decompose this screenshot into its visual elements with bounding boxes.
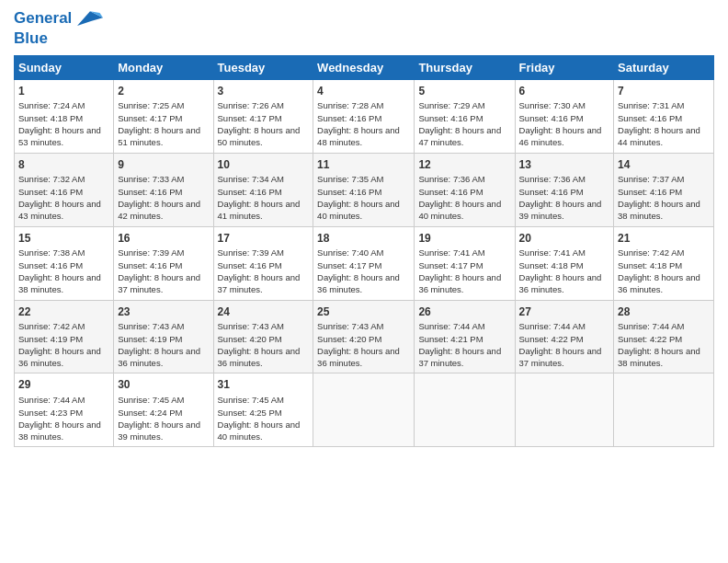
page-container: General Blue SundayMondayTuesdayWednesda… xyxy=(0,0,728,456)
day-number: 14 xyxy=(618,157,710,173)
col-header-wednesday: Wednesday xyxy=(313,55,415,79)
sunset-text: Sunset: 4:16 PM xyxy=(218,187,282,197)
sunset-text: Sunset: 4:17 PM xyxy=(418,260,483,270)
sunrise-text: Sunrise: 7:26 AM xyxy=(218,100,284,110)
col-header-friday: Friday xyxy=(515,55,614,79)
col-header-sunday: Sunday xyxy=(15,55,114,79)
day-cell: 30Sunrise: 7:45 AMSunset: 4:24 PMDayligh… xyxy=(114,373,213,447)
day-cell: 17Sunrise: 7:39 AMSunset: 4:16 PMDayligh… xyxy=(213,226,313,300)
day-cell: 19Sunrise: 7:41 AMSunset: 4:17 PMDayligh… xyxy=(415,226,515,300)
day-cell: 1Sunrise: 7:24 AMSunset: 4:18 PMDaylight… xyxy=(15,79,114,153)
daylight-text: Daylight: 8 hours and 36 minutes. xyxy=(418,272,501,294)
sunrise-text: Sunrise: 7:45 AM xyxy=(218,395,284,405)
sunset-text: Sunset: 4:22 PM xyxy=(618,334,682,344)
sunrise-text: Sunrise: 7:33 AM xyxy=(118,174,184,184)
sunrise-text: Sunrise: 7:42 AM xyxy=(618,247,684,258)
day-cell: 8Sunrise: 7:32 AMSunset: 4:16 PMDaylight… xyxy=(15,153,114,226)
sunrise-text: Sunrise: 7:42 AM xyxy=(18,321,85,331)
day-cell: 6Sunrise: 7:30 AMSunset: 4:16 PMDaylight… xyxy=(515,79,614,153)
sunrise-text: Sunrise: 7:24 AM xyxy=(18,100,85,110)
col-header-monday: Monday xyxy=(114,55,213,79)
sunrise-text: Sunrise: 7:43 AM xyxy=(118,321,184,331)
day-number: 22 xyxy=(18,304,109,320)
day-cell: 26Sunrise: 7:44 AMSunset: 4:21 PMDayligh… xyxy=(415,300,515,373)
daylight-text: Daylight: 8 hours and 42 minutes. xyxy=(118,199,200,221)
day-cell: 16Sunrise: 7:39 AMSunset: 4:16 PMDayligh… xyxy=(114,226,213,300)
week-row-2: 8Sunrise: 7:32 AMSunset: 4:16 PMDaylight… xyxy=(15,153,714,226)
sunrise-text: Sunrise: 7:45 AM xyxy=(118,395,184,405)
col-header-tuesday: Tuesday xyxy=(213,55,313,79)
logo-bird-icon xyxy=(77,9,103,29)
day-number: 9 xyxy=(118,157,209,173)
day-number: 30 xyxy=(118,377,209,393)
sunset-text: Sunset: 4:16 PM xyxy=(18,260,83,270)
day-cell xyxy=(415,373,515,447)
sunset-text: Sunset: 4:16 PM xyxy=(218,260,282,270)
day-cell: 9Sunrise: 7:33 AMSunset: 4:16 PMDaylight… xyxy=(114,153,213,226)
day-number: 19 xyxy=(418,231,510,247)
day-cell: 4Sunrise: 7:28 AMSunset: 4:16 PMDaylight… xyxy=(313,79,415,153)
daylight-text: Daylight: 8 hours and 40 minutes. xyxy=(317,199,400,221)
daylight-text: Daylight: 8 hours and 39 minutes. xyxy=(519,199,602,221)
day-number: 20 xyxy=(519,231,610,247)
day-number: 21 xyxy=(618,231,710,247)
daylight-text: Daylight: 8 hours and 37 minutes. xyxy=(118,272,200,294)
sunset-text: Sunset: 4:16 PM xyxy=(519,187,584,197)
sunrise-text: Sunrise: 7:35 AM xyxy=(317,174,383,184)
daylight-text: Daylight: 8 hours and 48 minutes. xyxy=(317,125,400,147)
day-cell xyxy=(614,373,714,447)
day-number: 7 xyxy=(618,84,710,99)
col-header-thursday: Thursday xyxy=(415,55,515,79)
day-cell: 12Sunrise: 7:36 AMSunset: 4:16 PMDayligh… xyxy=(415,153,515,226)
daylight-text: Daylight: 8 hours and 36 minutes. xyxy=(317,346,400,368)
sunset-text: Sunset: 4:16 PM xyxy=(317,187,381,197)
sunrise-text: Sunrise: 7:44 AM xyxy=(618,321,684,331)
day-number: 1 xyxy=(18,84,109,99)
daylight-text: Daylight: 8 hours and 36 minutes. xyxy=(618,272,700,294)
day-cell: 20Sunrise: 7:41 AMSunset: 4:18 PMDayligh… xyxy=(515,226,614,300)
sunset-text: Sunset: 4:22 PM xyxy=(519,334,584,344)
day-number: 5 xyxy=(418,84,510,99)
logo-blue-text: Blue xyxy=(14,29,103,48)
sunset-text: Sunset: 4:16 PM xyxy=(418,187,483,197)
sunset-text: Sunset: 4:16 PM xyxy=(317,113,381,123)
week-row-1: 1Sunrise: 7:24 AMSunset: 4:18 PMDaylight… xyxy=(15,79,714,153)
day-cell: 10Sunrise: 7:34 AMSunset: 4:16 PMDayligh… xyxy=(213,153,313,226)
sunset-text: Sunset: 4:24 PM xyxy=(118,408,182,418)
sunset-text: Sunset: 4:17 PM xyxy=(317,260,381,270)
sunrise-text: Sunrise: 7:44 AM xyxy=(519,321,586,331)
sunset-text: Sunset: 4:25 PM xyxy=(218,408,282,418)
day-cell: 15Sunrise: 7:38 AMSunset: 4:16 PMDayligh… xyxy=(15,226,114,300)
daylight-text: Daylight: 8 hours and 36 minutes. xyxy=(218,346,301,368)
sunset-text: Sunset: 4:17 PM xyxy=(118,113,182,123)
sunrise-text: Sunrise: 7:41 AM xyxy=(519,247,586,258)
sunset-text: Sunset: 4:16 PM xyxy=(118,187,182,197)
day-cell: 21Sunrise: 7:42 AMSunset: 4:18 PMDayligh… xyxy=(614,226,714,300)
day-number: 4 xyxy=(317,84,410,99)
daylight-text: Daylight: 8 hours and 39 minutes. xyxy=(118,419,200,442)
daylight-text: Daylight: 8 hours and 38 minutes. xyxy=(618,199,700,221)
sunset-text: Sunset: 4:18 PM xyxy=(519,260,584,270)
daylight-text: Daylight: 8 hours and 51 minutes. xyxy=(118,125,200,147)
sunrise-text: Sunrise: 7:30 AM xyxy=(519,100,586,110)
daylight-text: Daylight: 8 hours and 38 minutes. xyxy=(18,272,101,294)
daylight-text: Daylight: 8 hours and 50 minutes. xyxy=(218,125,301,147)
day-number: 29 xyxy=(18,377,109,393)
day-number: 6 xyxy=(519,84,610,99)
sunrise-text: Sunrise: 7:36 AM xyxy=(418,174,484,184)
sunrise-text: Sunrise: 7:43 AM xyxy=(317,321,383,331)
daylight-text: Daylight: 8 hours and 40 minutes. xyxy=(218,419,301,442)
day-number: 16 xyxy=(118,231,209,247)
daylight-text: Daylight: 8 hours and 41 minutes. xyxy=(218,199,301,221)
logo-text: General xyxy=(14,9,103,29)
daylight-text: Daylight: 8 hours and 36 minutes. xyxy=(18,346,101,368)
daylight-text: Daylight: 8 hours and 47 minutes. xyxy=(418,125,501,147)
sunrise-text: Sunrise: 7:37 AM xyxy=(618,174,684,184)
day-number: 17 xyxy=(218,231,310,247)
day-cell: 3Sunrise: 7:26 AMSunset: 4:17 PMDaylight… xyxy=(213,79,313,153)
sunrise-text: Sunrise: 7:39 AM xyxy=(118,247,184,258)
day-number: 10 xyxy=(218,157,310,173)
day-number: 18 xyxy=(317,231,410,247)
sunrise-text: Sunrise: 7:29 AM xyxy=(418,100,484,110)
day-number: 15 xyxy=(18,231,109,247)
